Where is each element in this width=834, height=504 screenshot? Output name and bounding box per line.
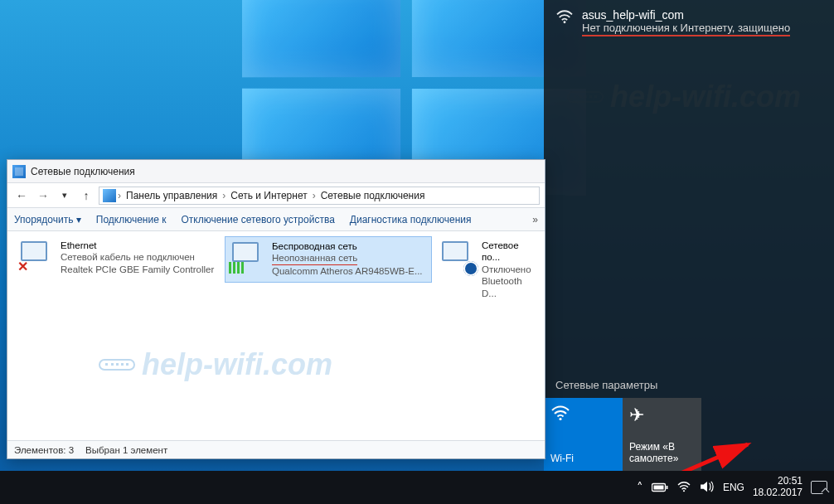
battery-icon[interactable] <box>652 481 668 495</box>
crumb-control-panel[interactable]: Панель управления <box>123 190 221 201</box>
airplane-tile-label: Режим «В самолете» <box>629 441 695 464</box>
adapter-device: Realtek PCIe GBE Family Controller <box>61 264 214 275</box>
up-button[interactable]: ↑ <box>77 187 95 205</box>
connect-to-button[interactable]: Подключение к <box>96 214 167 225</box>
adapter-name: Беспроводная сеть <box>272 240 423 252</box>
quick-tiles: Wi-Fi ✈ Режим «В самолете» <box>544 398 701 471</box>
adapter-bluetooth[interactable]: Сетевое по... Отключено Bluetooth D... <box>435 236 535 283</box>
network-settings-link[interactable]: Сетевые параметры <box>555 379 657 391</box>
language-indicator[interactable]: ENG <box>723 482 744 493</box>
taskbar: ˄ ENG 20:51 18.02.2017 <box>0 471 834 504</box>
adapter-wifi[interactable]: Беспроводная сеть Неопознанная сеть Qual… <box>225 236 432 283</box>
ssid-label: asus_help-wifi_com <box>582 8 790 22</box>
breadcrumb[interactable]: › Панель управления › Сеть и Интернет › … <box>99 187 540 205</box>
network-flyout: asus_help-wifi_com Нет подключения к Инт… <box>544 0 834 471</box>
address-bar: ← → ▾ ↑ › Панель управления › Сеть и Инт… <box>7 183 545 208</box>
adapter-ethernet[interactable]: Ethernet Сетевой кабель не подключен Rea… <box>14 236 221 283</box>
wifi-icon <box>555 8 574 28</box>
time: 20:51 <box>753 476 802 487</box>
svg-rect-4 <box>666 486 667 489</box>
wifi-tray-icon[interactable] <box>676 481 691 495</box>
airplane-icon: ✈ <box>629 405 695 426</box>
adapter-status: Сетевой кабель не подключен <box>61 251 214 263</box>
diagnose-button[interactable]: Диагностика подключения <box>350 214 472 225</box>
status-bar: Элементов: 3 Выбран 1 элемент <box>7 440 545 458</box>
system-tray: ˄ ENG 20:51 18.02.2017 <box>637 476 827 499</box>
forward-button: → <box>34 187 52 205</box>
wifi-icon <box>550 405 616 426</box>
adapter-status: Неопознанная сеть <box>272 252 357 264</box>
more-commands[interactable]: » <box>532 214 538 225</box>
selected-count: Выбран 1 элемент <box>85 445 167 455</box>
crumb-network-internet[interactable]: Сеть и Интернет <box>227 190 310 201</box>
svg-point-0 <box>564 21 566 23</box>
date: 18.02.2017 <box>753 487 802 499</box>
ethernet-icon <box>17 240 54 273</box>
location-icon <box>103 189 116 202</box>
tray-overflow-icon[interactable]: ˄ <box>637 480 643 495</box>
disable-device-button[interactable]: Отключение сетевого устройства <box>181 214 334 225</box>
command-bar: Упорядочить ▾ Подключение к Отключение с… <box>7 208 545 231</box>
volume-icon[interactable] <box>700 481 715 495</box>
adapter-status: Отключено <box>482 264 531 275</box>
watermark: help-wifi.com <box>99 347 332 382</box>
bluetooth-adapter-icon <box>439 240 475 273</box>
action-center-icon[interactable] <box>811 481 827 494</box>
current-connection[interactable]: asus_help-wifi_com Нет подключения к Инт… <box>555 8 822 36</box>
window-title: Сетевые подключения <box>31 166 135 177</box>
wifi-tile-label: Wi-Fi <box>550 453 616 464</box>
crumb-connections[interactable]: Сетевые подключения <box>318 190 429 201</box>
connection-status: Нет подключения к Интернету, защищено <box>582 22 790 36</box>
wifi-adapter-icon <box>229 240 265 274</box>
elements-count: Элементов: 3 <box>14 445 74 455</box>
svg-point-1 <box>559 418 561 420</box>
adapter-device: Bluetooth D... <box>482 275 531 299</box>
organize-menu[interactable]: Упорядочить ▾ <box>14 214 81 225</box>
adapter-name: Ethernet <box>61 240 214 251</box>
adapter-device: Qualcomm Atheros AR9485WB-E... <box>272 265 423 277</box>
titlebar[interactable]: Сетевые подключения <box>7 160 545 183</box>
adapter-name: Сетевое по... <box>482 240 531 264</box>
app-icon <box>12 165 26 178</box>
recent-dropdown[interactable]: ▾ <box>56 187 74 205</box>
svg-point-6 <box>683 490 685 492</box>
svg-rect-5 <box>653 485 663 489</box>
connections-list: Ethernet Сетевой кабель не подключен Rea… <box>7 231 545 440</box>
back-button[interactable]: ← <box>12 187 31 205</box>
airplane-tile[interactable]: ✈ Режим «В самолете» <box>623 398 701 471</box>
wifi-tile[interactable]: Wi-Fi <box>544 398 623 471</box>
network-connections-window: Сетевые подключения ← → ▾ ↑ › Панель упр… <box>7 159 545 459</box>
clock[interactable]: 20:51 18.02.2017 <box>753 476 802 499</box>
